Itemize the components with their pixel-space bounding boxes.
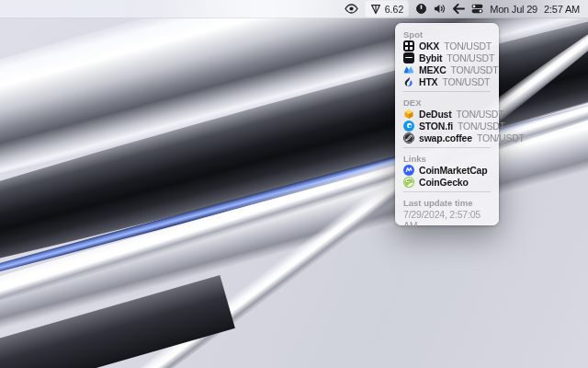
- menu-item-swapcoffee[interactable]: swap.coffee TON/USDT: [395, 132, 499, 144]
- stonfi-icon: [403, 121, 414, 132]
- pair-label: TON/USDT: [442, 76, 490, 87]
- menu-item-mexc[interactable]: MEXC TON/USDT: [395, 63, 499, 75]
- eye-icon[interactable]: [345, 2, 358, 17]
- menu-item-htx[interactable]: HTX TON/USDT: [395, 75, 499, 87]
- time-label: 2:57 AM: [544, 4, 580, 15]
- divider: [403, 191, 491, 192]
- coinmarketcap-icon: [403, 165, 414, 176]
- ton-price-menu-item[interactable]: 6.62: [365, 0, 409, 17]
- menu-item-stonfi[interactable]: STON.fi TON/USDT: [395, 120, 499, 132]
- mexc-icon: [403, 64, 414, 75]
- htx-icon: [403, 76, 414, 87]
- dedust-icon: [403, 109, 414, 120]
- bybit-icon: [403, 52, 414, 63]
- exchange-name: DeDust: [419, 109, 452, 120]
- section-title-links: Links: [395, 151, 499, 164]
- okx-icon: [403, 40, 414, 52]
- link-name: CoinGecko: [419, 177, 469, 188]
- volume-icon[interactable]: [434, 2, 447, 17]
- menu-item-coingecko[interactable]: CoinGecko: [395, 176, 499, 188]
- section-title-last-update: Last update time: [395, 195, 499, 208]
- exchange-name: STON.fi: [419, 121, 453, 132]
- exchange-name: OKX: [419, 40, 439, 52]
- date-label: Mon Jul 29: [490, 4, 537, 15]
- ton-price-dropdown: Spot OKX TON/USDT Bybit TON/USDT MEXC TO…: [395, 23, 499, 225]
- ton-diamond-icon: [370, 2, 381, 17]
- ton-price-value: 6.62: [385, 4, 403, 15]
- menu-item-dedust[interactable]: DeDust TON/USDT: [395, 108, 499, 120]
- menu-item-okx[interactable]: OKX TON/USDT: [395, 40, 499, 52]
- power-circle-icon[interactable]: [415, 2, 427, 17]
- section-title-spot: Spot: [395, 27, 499, 40]
- pair-label: TON/USDT: [458, 121, 505, 132]
- menu-bar: 6.62 Mon Jul 29 2:57 AM: [0, 0, 588, 18]
- desktop-wallpaper: [0, 0, 588, 368]
- section-title-dex: DEX: [395, 95, 499, 108]
- link-name: CoinMarketCap: [419, 165, 487, 176]
- control-center-icon[interactable]: [471, 2, 483, 17]
- pair-label: TON/USDT: [457, 109, 504, 120]
- divider: [403, 147, 491, 148]
- pair-label: TON/USDT: [447, 52, 494, 63]
- pair-label: TON/USDT: [444, 40, 492, 52]
- exchange-name: HTX: [419, 76, 437, 87]
- exchange-name: MEXC: [419, 64, 447, 75]
- divider: [403, 91, 491, 92]
- pair-label: TON/USDT: [451, 64, 499, 75]
- menu-item-coinmarketcap[interactable]: CoinMarketCap: [395, 164, 499, 176]
- arrow-left-icon[interactable]: [453, 2, 465, 17]
- exchange-name: swap.coffee: [419, 132, 472, 144]
- pair-label: TON/USDT: [477, 132, 525, 144]
- swapcoffee-icon: [403, 132, 414, 144]
- exchange-name: Bybit: [419, 52, 442, 63]
- menu-item-bybit[interactable]: Bybit TON/USDT: [395, 52, 499, 63]
- menu-bar-clock[interactable]: Mon Jul 29 2:57 AM: [490, 4, 580, 15]
- coingecko-icon: [403, 177, 414, 188]
- last-update-timestamp: 7/29/2024, 2:57:05 AM: [395, 208, 499, 220]
